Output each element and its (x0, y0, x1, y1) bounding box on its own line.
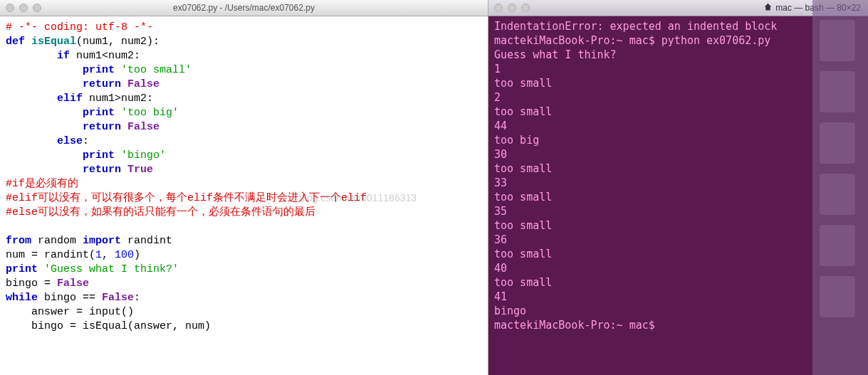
code-comment: #elif可以没有，可以有很多个，每个elif条件不满足时会进入下一个elif (6, 192, 367, 204)
string: 'Guess what I think?' (44, 263, 179, 275)
terminal-line: too small (494, 76, 862, 90)
number: 100 (115, 249, 134, 261)
func-name: isEqual (31, 36, 76, 48)
minimize-icon[interactable] (19, 4, 28, 12)
terminal-line: Guess what I think? (494, 48, 862, 62)
terminal-line: IndentationError: expected an indented b… (494, 19, 862, 33)
terminal-line: bingo (494, 304, 862, 318)
terminal-line: too small (494, 105, 862, 119)
kw-from: from (6, 235, 31, 247)
code-text: randint (121, 235, 172, 247)
const: True (127, 164, 153, 176)
terminal-line: too big (494, 133, 862, 147)
kw-return: return (83, 78, 121, 90)
code-text: : (134, 292, 140, 304)
kw-else: else (57, 135, 83, 147)
terminal-title: mac — bash — 80×22 (775, 3, 861, 13)
kw-while: while (6, 292, 38, 304)
zoom-icon[interactable] (521, 4, 530, 12)
kw-print: print (83, 64, 115, 76)
terminal-line: mactekiMacBook-Pro:~ mac$ python ex07062… (494, 33, 862, 48)
terminal-title-wrap: mac — bash — 80×22 (763, 2, 861, 14)
editor-window: ex07062.py - /Users/mac/ex07062.py # -*-… (0, 0, 488, 375)
code-text: num = randint( (6, 249, 95, 261)
terminal-line: 35 (494, 204, 862, 218)
terminal-window: mac — bash — 80×22 IndentationError: exp… (488, 0, 868, 375)
number: 1 (95, 249, 102, 261)
kw-elif: elif (57, 93, 83, 105)
terminal-line: 33 (494, 176, 862, 190)
code-text: answer = input() (6, 306, 134, 318)
terminal-titlebar[interactable]: mac — bash — 80×22 (488, 0, 868, 16)
minimize-icon[interactable] (508, 4, 516, 12)
terminal-line: 41 (494, 290, 862, 304)
terminal-line: 40 (494, 261, 862, 275)
terminal-line: 1 (494, 62, 862, 76)
code-text: num1>num2: (83, 93, 153, 105)
terminal-body[interactable]: IndentationError: expected an indented b… (488, 16, 868, 375)
const: False (102, 292, 134, 304)
string: 'too big' (121, 107, 179, 119)
const: False (57, 278, 89, 290)
terminal-line: 30 (494, 147, 862, 162)
code-comment: #else可以没有，如果有的话只能有一个，必须在条件语句的最后 (6, 206, 315, 218)
code-editor[interactable]: # -*- coding: utf-8 -*- def isEqual(num1… (0, 16, 488, 375)
const: False (127, 78, 160, 90)
string: 'too small' (121, 64, 192, 76)
string: 'bingo' (121, 149, 166, 162)
terminal-line: too small (494, 275, 862, 290)
code-text: : (83, 135, 89, 147)
code-text: random (31, 235, 83, 247)
traffic-lights (6, 4, 41, 12)
const: False (127, 121, 160, 133)
code-comment: #if是必须有的 (6, 178, 78, 190)
terminal-line: too small (494, 218, 862, 233)
kw-print: print (6, 263, 38, 275)
terminal-line: 2 (494, 90, 862, 105)
terminal-line: too small (494, 247, 862, 261)
kw-return: return (83, 164, 121, 176)
terminal-line: too small (494, 190, 862, 204)
home-icon (763, 2, 773, 14)
kw-def: def (6, 36, 25, 48)
close-icon[interactable] (494, 4, 503, 12)
kw-print: print (83, 107, 115, 119)
code-text: bingo = isEqual(answer, num) (6, 320, 211, 332)
traffic-lights (494, 4, 530, 12)
terminal-line: too small (494, 162, 862, 176)
close-icon[interactable] (6, 4, 14, 12)
code-text: (num1, num2): (76, 36, 160, 48)
code-text: bingo == (38, 292, 102, 304)
editor-title: ex07062.py - /Users/mac/ex07062.py (0, 3, 488, 13)
code-text: , (102, 249, 115, 261)
kw-import: import (83, 235, 121, 247)
code-text: bingo = (6, 278, 57, 290)
zoom-icon[interactable] (33, 4, 41, 12)
kw-return: return (83, 121, 121, 133)
code-line: # -*- coding: utf-8 -*- (6, 21, 153, 33)
terminal-line: 44 (494, 119, 862, 133)
terminal-line: 36 (494, 233, 862, 247)
editor-titlebar[interactable]: ex07062.py - /Users/mac/ex07062.py (0, 0, 488, 16)
code-text: ) (134, 249, 140, 261)
code-text: num1<num2: (70, 50, 140, 62)
kw-print: print (83, 149, 115, 162)
kw-if: if (57, 50, 70, 62)
terminal-line: mactekiMacBook-Pro:~ mac$ (494, 318, 862, 332)
